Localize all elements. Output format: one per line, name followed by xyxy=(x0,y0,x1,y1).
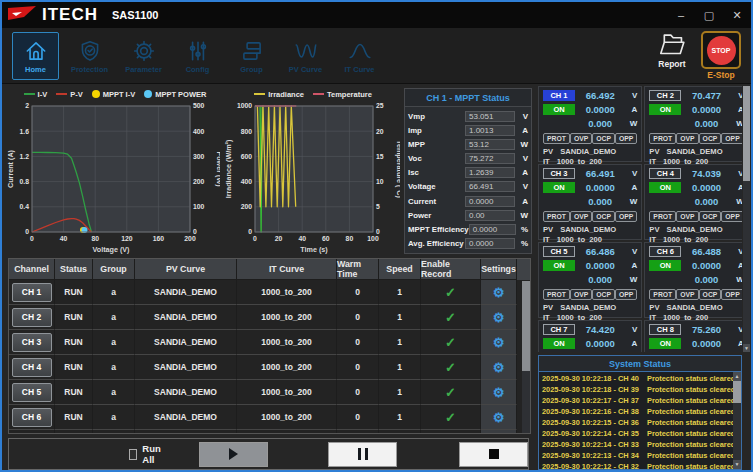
ocp-button[interactable]: OCP xyxy=(592,133,615,144)
nav-home[interactable]: Home xyxy=(12,32,59,80)
ovp-button[interactable]: OVP xyxy=(676,289,698,300)
estop-button[interactable]: STOP E-Stop xyxy=(701,31,741,80)
prot-button[interactable]: PROT xyxy=(649,133,676,144)
maximize-button[interactable]: ▢ xyxy=(695,4,723,26)
on-badge[interactable]: ON xyxy=(543,260,575,271)
nav-pv-curve[interactable]: PV Curve xyxy=(282,32,329,80)
report-button[interactable]: Report xyxy=(657,31,687,69)
channel-badge[interactable]: CH 8 xyxy=(649,324,681,335)
ovp-button[interactable]: OVP xyxy=(570,211,592,222)
record-check-icon[interactable]: ✓ xyxy=(445,310,456,325)
channel-badge[interactable]: CH 5 xyxy=(543,246,575,257)
log-scrollbar-thumb[interactable] xyxy=(733,381,741,403)
ocp-button[interactable]: OCP xyxy=(592,289,615,300)
enable-record-cell[interactable]: ✓ xyxy=(421,430,481,434)
settings-gear-icon[interactable]: ⚙ xyxy=(493,360,505,375)
opp-button[interactable]: OPP xyxy=(721,289,742,300)
channel-badge[interactable]: CH 7 xyxy=(543,324,575,335)
nav-protection[interactable]: Protection xyxy=(66,32,113,80)
channel-cell-button[interactable]: CH 1 xyxy=(12,283,52,302)
settings-gear-icon[interactable]: ⚙ xyxy=(493,310,505,325)
table-scrollbar-thumb[interactable] xyxy=(522,281,530,371)
channel-cell-button[interactable]: CH 3 xyxy=(12,333,52,352)
on-badge[interactable]: ON xyxy=(649,104,681,115)
opp-button[interactable]: OPP xyxy=(615,289,637,300)
system-status-scrollbar[interactable]: ▲ ▼ xyxy=(733,372,741,469)
on-badge[interactable]: ON xyxy=(649,182,681,193)
settings-cell[interactable]: ⚙ xyxy=(481,355,517,380)
ocp-button[interactable]: OCP xyxy=(699,289,722,300)
record-check-icon[interactable]: ✓ xyxy=(445,335,456,350)
prot-button[interactable]: PROT xyxy=(649,211,676,222)
settings-cell[interactable]: ⚙ xyxy=(481,405,517,430)
opp-button[interactable]: OPP xyxy=(615,133,637,144)
settings-cell[interactable]: ⚙ xyxy=(481,430,517,434)
play-button[interactable] xyxy=(199,442,268,467)
record-check-icon[interactable]: ✓ xyxy=(445,385,456,400)
table-scrollbar[interactable] xyxy=(522,281,530,433)
ovp-button[interactable]: OVP xyxy=(570,133,592,144)
channel-badge[interactable]: CH 3 xyxy=(543,168,575,179)
ocp-button[interactable]: OCP xyxy=(699,211,722,222)
prot-button[interactable]: PROT xyxy=(649,289,676,300)
nav-parameter[interactable]: Parameter xyxy=(120,32,167,80)
opp-button[interactable]: OPP xyxy=(721,133,742,144)
run-all-checkbox[interactable] xyxy=(129,449,137,460)
settings-gear-icon[interactable]: ⚙ xyxy=(493,285,505,300)
channels-scroll-down-icon[interactable]: ▼ xyxy=(743,344,750,352)
nav-group[interactable]: Group xyxy=(228,32,275,80)
channel-badge[interactable]: CH 4 xyxy=(649,168,681,179)
enable-record-cell[interactable]: ✓ xyxy=(421,380,481,405)
ovp-button[interactable]: OVP xyxy=(676,133,698,144)
ovp-button[interactable]: OVP xyxy=(570,289,592,300)
channel-cell-button[interactable]: CH 6 xyxy=(12,408,52,427)
channels-scrollbar-thumb[interactable] xyxy=(743,86,750,181)
on-badge[interactable]: ON xyxy=(543,104,575,115)
settings-gear-icon[interactable]: ⚙ xyxy=(493,335,505,350)
settings-cell[interactable]: ⚙ xyxy=(481,280,517,305)
ovp-button[interactable]: OVP xyxy=(676,211,698,222)
record-check-icon[interactable]: ✓ xyxy=(445,410,456,425)
nav-it-curve[interactable]: IT Curve xyxy=(336,32,383,80)
on-badge[interactable]: ON xyxy=(649,260,681,271)
stop-button[interactable] xyxy=(459,442,528,467)
opp-button[interactable]: OPP xyxy=(721,211,742,222)
channel-cell-button[interactable]: CH 5 xyxy=(12,383,52,402)
on-badge[interactable]: ON xyxy=(543,338,575,349)
ocp-button[interactable]: OCP xyxy=(699,133,722,144)
channel-cell-button[interactable]: CH 2 xyxy=(12,308,52,327)
enable-record-cell[interactable]: ✓ xyxy=(421,305,481,330)
settings-cell[interactable]: ⚙ xyxy=(481,305,517,330)
settings-gear-icon[interactable]: ⚙ xyxy=(493,410,505,425)
channel-badge[interactable]: CH 6 xyxy=(649,246,681,257)
close-button[interactable]: ✕ xyxy=(723,4,751,26)
on-badge[interactable]: ON xyxy=(543,182,575,193)
prot-button[interactable]: PROT xyxy=(543,133,570,144)
record-check-icon[interactable]: ✓ xyxy=(445,360,456,375)
settings-cell[interactable]: ⚙ xyxy=(481,330,517,355)
channel-badge[interactable]: CH 2 xyxy=(649,90,681,101)
log-scroll-up-icon[interactable]: ▲ xyxy=(733,372,741,381)
channel-cell-button[interactable]: CH 7 xyxy=(12,433,52,435)
enable-record-cell[interactable]: ✓ xyxy=(421,280,481,305)
prot-button[interactable]: PROT xyxy=(543,289,570,300)
ocp-button[interactable]: OCP xyxy=(592,211,615,222)
channels-scrollbar[interactable]: ▼ xyxy=(743,86,750,352)
channel-badge[interactable]: CH 1 xyxy=(543,90,575,101)
run-all-toggle[interactable]: Run All xyxy=(129,443,165,465)
log-scroll-down-icon[interactable]: ▼ xyxy=(733,460,741,469)
prot-button[interactable]: PROT xyxy=(543,211,570,222)
on-badge[interactable]: ON xyxy=(649,338,681,349)
nav-config[interactable]: Config xyxy=(174,32,221,80)
opp-button[interactable]: OPP xyxy=(615,211,637,222)
channel-cell-button[interactable]: CH 4 xyxy=(12,358,52,377)
settings-cell[interactable]: ⚙ xyxy=(481,380,517,405)
estop-stop-icon[interactable]: STOP xyxy=(707,36,736,65)
record-check-icon[interactable]: ✓ xyxy=(445,285,456,300)
pause-button[interactable] xyxy=(328,442,397,467)
enable-record-cell[interactable]: ✓ xyxy=(421,405,481,430)
settings-gear-icon[interactable]: ⚙ xyxy=(493,385,505,400)
enable-record-cell[interactable]: ✓ xyxy=(421,355,481,380)
enable-record-cell[interactable]: ✓ xyxy=(421,330,481,355)
estop-box[interactable]: STOP xyxy=(701,31,741,69)
